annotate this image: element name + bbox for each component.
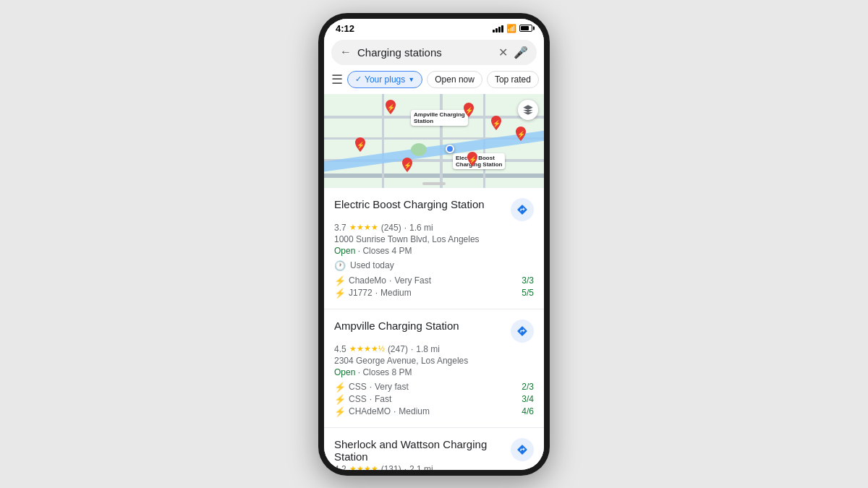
- charger-availability: 4/6: [522, 406, 534, 416]
- charger-availability: 3/4: [522, 394, 534, 404]
- result-card-electric-boost: Electric Boost Charging Station 3.7 ★★★★…: [324, 188, 544, 309]
- review-count: (247): [388, 344, 408, 354]
- charger-type: CHAdeMO: [349, 406, 391, 416]
- result-header: Electric Boost Charging Station: [334, 198, 534, 221]
- bolt-icon: ⚡: [334, 275, 346, 286]
- review-count: (245): [381, 223, 401, 233]
- status-bar: 4:12 📶: [324, 19, 544, 35]
- svg-text:⚡: ⚡: [404, 161, 412, 170]
- charger-row: ⚡ ChadeMo · Very Fast 3/3: [334, 275, 534, 286]
- filter-chip-open-now[interactable]: Open now: [427, 71, 482, 88]
- charger-speed: Medium: [380, 288, 412, 298]
- bolt-icon: ⚡: [334, 288, 346, 299]
- search-bar-container: ← Charging stations ✕ 🎤: [324, 35, 544, 71]
- map-pin[interactable]: ⚡: [489, 116, 503, 133]
- charger-row: ⚡ J1772 · Medium 5/5: [334, 288, 534, 299]
- charger-row: ⚡ CSS · Very fast 2/3: [334, 382, 534, 393]
- directions-button[interactable]: [511, 198, 534, 221]
- directions-button[interactable]: [511, 320, 534, 343]
- charger-type: CSS: [349, 394, 367, 404]
- rating-value: 3.7: [334, 223, 346, 233]
- result-card-sherlock: Sherlock and Wattson Charging Station 4.…: [324, 428, 544, 470]
- charger-speed: Very fast: [375, 382, 409, 392]
- map-background: Ampville ChargingStation Electric BoostC…: [324, 94, 544, 188]
- svg-text:⚡: ⚡: [469, 155, 477, 164]
- filter-bar: ☰ ✓ Your plugs ▼ Open now Top rated: [324, 71, 544, 94]
- result-rating: 3.7 ★★★★ (245) · 1.6 mi: [334, 223, 534, 233]
- results-list: Electric Boost Charging Station 3.7 ★★★★…: [324, 188, 544, 470]
- result-status: Open · Closes 8 PM: [334, 367, 534, 377]
- map-pin[interactable]: ⚡: [353, 137, 367, 155]
- result-rating: 4.2 ★★★★ (131) · 2.1 mi: [334, 464, 534, 470]
- result-address: 2304 George Avenue, Los Angeles: [334, 356, 534, 366]
- result-rating: 4.5 ★★★★½ (247) · 1.8 mi: [334, 344, 534, 354]
- result-name: Ampville Charging Station: [334, 320, 505, 332]
- filter-chip-label: Open now: [435, 74, 475, 85]
- used-today-label: Used today: [350, 260, 394, 270]
- filter-chip-top-rated[interactable]: Top rated: [487, 71, 539, 88]
- back-button[interactable]: ←: [340, 46, 352, 59]
- clock-icon: 🕐: [334, 260, 346, 271]
- charger-availability: 5/5: [522, 288, 534, 298]
- stars: ★★★★: [349, 464, 378, 470]
- user-location-dot: [446, 145, 454, 153]
- close-time: · Closes 4 PM: [358, 246, 412, 256]
- review-count: (131): [381, 464, 401, 470]
- svg-text:⚡: ⚡: [517, 130, 526, 139]
- bolt-icon: ⚡: [334, 406, 346, 417]
- search-input[interactable]: Charging stations: [357, 46, 493, 59]
- open-status: Open: [334, 367, 355, 377]
- result-name: Sherlock and Wattson Charging Station: [334, 438, 505, 463]
- svg-text:⚡: ⚡: [493, 119, 501, 128]
- signal-icon: [493, 24, 503, 33]
- map-pin[interactable]: ⚡: [383, 100, 398, 117]
- result-address: 1000 Sunrise Town Blvd, Los Angeles: [334, 234, 534, 244]
- used-today-row: 🕐 Used today: [334, 260, 534, 271]
- charger-type: J1772: [349, 288, 373, 298]
- distance: 1.8 mi: [416, 344, 440, 354]
- close-time: · Closes 8 PM: [358, 367, 412, 377]
- charger-row: ⚡ CHAdeMO · Medium 4/6: [334, 406, 534, 417]
- map-pin[interactable]: ⚡: [465, 152, 480, 169]
- battery-icon: [519, 25, 532, 32]
- clear-icon[interactable]: ✕: [498, 46, 508, 59]
- directions-button[interactable]: [511, 438, 534, 461]
- result-name: Electric Boost Charging Station: [334, 198, 505, 210]
- status-time: 4:12: [336, 23, 354, 34]
- charger-speed: Fast: [375, 394, 391, 404]
- chevron-down-icon: ▼: [408, 76, 414, 83]
- map-pin[interactable]: ⚡: [461, 103, 476, 120]
- charger-availability: 2/3: [522, 382, 534, 392]
- bolt-icon: ⚡: [334, 394, 346, 405]
- charger-row: ⚡ CSS · Fast 3/4: [334, 394, 534, 405]
- svg-text:⚡: ⚡: [387, 103, 396, 112]
- charger-type: ChadeMo: [349, 275, 386, 286]
- filter-adjust-icon[interactable]: ☰: [331, 72, 343, 87]
- rating-value: 4.5: [334, 344, 346, 354]
- map-drag-handle[interactable]: [422, 182, 446, 185]
- distance: 2.1 mi: [409, 464, 433, 470]
- svg-text:⚡: ⚡: [357, 141, 365, 150]
- map-pin[interactable]: ⚡: [514, 127, 528, 144]
- charger-speed: Medium: [399, 406, 430, 416]
- map-pin[interactable]: ⚡: [400, 158, 414, 175]
- charger-type: CSS: [349, 382, 367, 392]
- search-bar[interactable]: ← Charging stations ✕ 🎤: [331, 40, 537, 65]
- filter-chip-your-plugs[interactable]: ✓ Your plugs ▼: [347, 71, 422, 88]
- mic-icon[interactable]: 🎤: [514, 46, 528, 59]
- map-layers-button[interactable]: [518, 100, 538, 120]
- distance: 1.6 mi: [409, 223, 433, 233]
- phone-frame: 4:12 📶 ← Charging stations ✕ 🎤: [318, 13, 550, 476]
- open-status: Open: [334, 246, 355, 256]
- phone-screen: 4:12 📶 ← Charging stations ✕ 🎤: [324, 19, 544, 470]
- station-label-ampville: Ampville ChargingStation: [411, 110, 468, 126]
- wifi-icon: 📶: [506, 24, 516, 33]
- result-status: Open · Closes 4 PM: [334, 246, 534, 256]
- map-container[interactable]: Ampville ChargingStation Electric BoostC…: [324, 94, 544, 188]
- stars: ★★★★: [349, 223, 378, 232]
- result-header: Sherlock and Wattson Charging Station: [334, 438, 534, 463]
- check-icon: ✓: [355, 74, 362, 84]
- rating-value: 4.2: [334, 464, 346, 470]
- stars: ★★★★½: [349, 344, 385, 354]
- charger-speed: Very Fast: [394, 275, 431, 286]
